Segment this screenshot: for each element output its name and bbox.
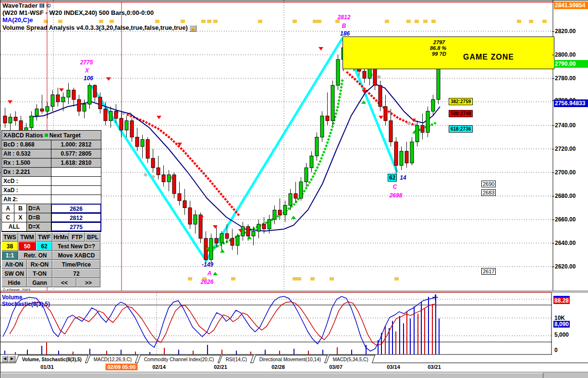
price-axis-label: 2640.00 [555,240,576,246]
wave-label: X [85,67,89,74]
candle-body [162,175,165,182]
volume-bar [178,350,179,354]
point-button[interactable]: ALL [2,222,27,231]
candle-body [231,238,234,245]
tool-button-hide[interactable]: Hide [1,278,27,287]
volume-spread-mark [188,277,192,280]
d-equals-label: D=A [27,204,51,213]
indicator-axis-label: 10K [554,315,565,321]
tool-button-t-on[interactable]: T-ON [27,269,52,278]
volume-bar [435,294,436,354]
next-target-title: Next Target [49,132,81,139]
tool-button-test-new-d-[interactable]: Test New D=? [52,242,100,251]
point-button[interactable]: B [14,204,27,213]
tab-label: RSI(14,C) [226,357,247,362]
point-button[interactable]: A [2,204,14,213]
volume-bar [265,350,266,354]
sar-dot-green [318,160,321,163]
tab-macd-5-34-5-c-[interactable]: MACD(5,34,5,C) [326,355,375,363]
candlestick [299,177,303,201]
tool-button-sw-on[interactable]: SW ON [1,269,27,278]
volume-bar [337,347,338,354]
tool-button-move-xabcd[interactable]: Move XABCD [52,251,100,260]
tab-commodity-channel-index-20-c-[interactable]: Commodity Channel Index(20,C) [137,355,221,363]
wave-label: 186 [340,30,350,37]
candle-body [141,139,144,146]
point-button[interactable]: C [2,213,14,222]
candle-body [104,109,107,121]
tab-scroll-left-icon[interactable]: ◀ [1,355,8,362]
sar-dot-green [329,132,332,134]
tool-button--[interactable]: << [52,278,76,287]
tab-scroll-right-icon[interactable]: ▶ [9,355,15,362]
tab-directional-movement-10-14-[interactable]: Directional Movement(10,14) [253,355,328,363]
tool-button-time-price[interactable]: Time/Price [52,260,100,269]
candlestick [209,233,213,264]
tab-rsi-14-c-[interactable]: RSI(14,C) [219,355,254,363]
candlestick [157,156,160,180]
candlestick [88,83,91,109]
candle-body [40,109,44,111]
tool-button-bpl[interactable]: BPL [85,232,100,242]
candle-body [252,232,255,236]
candle-body [273,210,276,219]
volume-bar [424,309,425,354]
tool-button--[interactable]: >> [76,278,100,287]
tool-button-twm[interactable]: TWM [18,232,36,242]
d-equals-label: D=X [27,222,51,231]
time-axis[interactable]: 01/3102/1402/2102/2803/0703/1403/2102/09… [0,363,588,372]
horizontal-scrollbar[interactable] [0,372,588,378]
candle-body [183,201,186,208]
time-axis-label: 02/21 [214,364,227,370]
indicator-value-flag: 8,090 [553,321,570,328]
tab-volume-stochastic-8-3-5-[interactable]: Volume, Stochastic(8(3),5) [15,355,88,363]
tool-button-1-1[interactable]: 1:1 [1,251,18,260]
tool-button-38[interactable]: 38 [1,242,18,251]
tool-button-tws[interactable]: TWS [1,232,18,242]
sar-dot-green [305,187,307,190]
buy-triangle-icon [213,272,218,275]
button-row: SW ONT-ON72 [1,269,101,278]
candlestick [400,146,403,170]
sar-dot-red [145,121,148,124]
tool-button-50[interactable]: 50 [18,242,36,251]
candlestick [326,92,329,125]
sar-dot-green [265,221,268,224]
candle-body [178,194,181,201]
point-button[interactable]: X [14,213,27,222]
tool-button-rx-on[interactable]: Rx-ON [27,260,52,269]
tool-button-twf[interactable]: TWF [36,232,52,242]
volume-spread-mark [99,20,103,23]
last-price-flag: 2841.59854 [554,1,588,9]
candle-body [394,142,398,165]
sar-dot-red [372,97,375,99]
tool-button-ftp[interactable]: FTP [69,232,85,242]
sar-dot-red [351,75,354,78]
tool-button-gann[interactable]: Gann [27,278,52,287]
lock-icon[interactable]: 🔒 [189,25,196,32]
candlestick [30,111,33,133]
tool-button-hrmn[interactable]: HrMn [52,232,69,242]
tool-button-alt-on[interactable]: Alt-ON [1,260,27,269]
tool-button-72[interactable]: 72 [52,269,100,278]
tool-button-retr-on[interactable]: Retr. ON [18,251,52,260]
sar-dot-green [320,157,323,160]
axis-tick [552,243,554,244]
volume-bar [279,351,280,354]
tab-macd-12-26-9-c-[interactable]: MACD(12,26,9,C) [87,355,139,363]
indicator-name-label: Stochastic(8(3),5) [2,301,50,307]
indicator-tab-bar: ◀ ▶ Volume, Stochastic(8(3),5)MACD(12,26… [0,355,588,363]
sar-dot-red [405,120,408,123]
price-axis-label: 2620.00 [555,263,576,270]
xabcd-point-row: CXD=B2812 [2,213,101,222]
sar-dot-red [220,193,222,195]
scrollbar-thumb[interactable] [0,373,543,378]
candlestick [67,83,70,104]
game-zone-label: GAME ZONE [463,53,514,61]
candle-body [215,238,218,243]
candle-body [416,125,419,142]
sar-dot-gray [144,173,147,177]
price-highlight-flag: 2790.00 [554,60,588,68]
tool-button-62[interactable]: 62 [36,242,52,251]
candlestick [188,201,192,229]
